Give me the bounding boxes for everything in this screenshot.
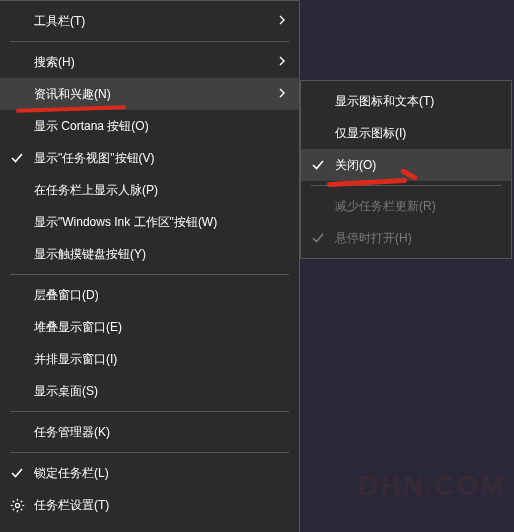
main_menu-item[interactable]: 堆叠显示窗口(E)	[0, 311, 299, 343]
icon-placeholder	[8, 286, 26, 304]
svg-line-7	[12, 508, 14, 510]
check-icon	[8, 464, 26, 482]
menu-item-label: 减少任务栏更新(R)	[327, 198, 501, 215]
menu-item-label: 显示 Cortana 按钮(O)	[26, 118, 289, 135]
svg-line-8	[20, 500, 22, 502]
main_menu-item[interactable]: 任务栏设置(T)	[0, 489, 299, 521]
icon-placeholder	[8, 213, 26, 231]
main_menu-item[interactable]: 并排显示窗口(I)	[0, 343, 299, 375]
menu-item-label: 锁定任务栏(L)	[26, 465, 289, 482]
icon-placeholder	[309, 197, 327, 215]
icon-placeholder	[8, 245, 26, 263]
svg-point-0	[15, 503, 19, 507]
icon-placeholder	[8, 382, 26, 400]
icon-placeholder	[8, 53, 26, 71]
menu-item-label: 资讯和兴趣(N)	[26, 86, 277, 103]
main_menu-item[interactable]: 锁定任务栏(L)	[0, 457, 299, 489]
menu-separator	[10, 411, 289, 412]
menu-item-label: 在任务栏上显示人脉(P)	[26, 182, 289, 199]
menu-item-label: 堆叠显示窗口(E)	[26, 319, 289, 336]
menu-separator	[10, 41, 289, 42]
sub_menu-item[interactable]: 仅显示图标(I)	[301, 117, 511, 149]
menu-separator	[10, 452, 289, 453]
check-icon	[309, 156, 327, 174]
icon-placeholder	[8, 350, 26, 368]
main_menu-item[interactable]: 搜索(H)	[0, 46, 299, 78]
chevron-right-icon	[277, 15, 289, 27]
menu-item-label: 显示"任务视图"按钮(V)	[26, 150, 289, 167]
chevron-right-icon	[277, 56, 289, 68]
svg-line-6	[20, 508, 22, 510]
icon-placeholder	[309, 124, 327, 142]
watermark-text: DHN.COM	[358, 470, 506, 502]
main_menu-item[interactable]: 层叠窗口(D)	[0, 279, 299, 311]
sub_menu-item[interactable]: 显示图标和文本(T)	[301, 85, 511, 117]
taskbar-context-menu: 工具栏(T)搜索(H)资讯和兴趣(N)显示 Cortana 按钮(O)显示"任务…	[0, 0, 300, 532]
check-icon	[8, 149, 26, 167]
main_menu-item[interactable]: 任务管理器(K)	[0, 416, 299, 448]
menu-item-label: 任务管理器(K)	[26, 424, 289, 441]
menu-item-label: 关闭(O)	[327, 157, 501, 174]
icon-placeholder	[8, 12, 26, 30]
main_menu-item[interactable]: 显示桌面(S)	[0, 375, 299, 407]
menu-item-label: 任务栏设置(T)	[26, 497, 289, 514]
svg-line-5	[12, 500, 14, 502]
menu-separator	[311, 185, 501, 186]
menu-item-label: 层叠窗口(D)	[26, 287, 289, 304]
menu-item-label: 仅显示图标(I)	[327, 125, 501, 142]
main_menu-item[interactable]: 资讯和兴趣(N)	[0, 78, 299, 110]
sub_menu-item[interactable]: 关闭(O)	[301, 149, 511, 181]
icon-placeholder	[8, 423, 26, 441]
menu-item-label: 显示图标和文本(T)	[327, 93, 501, 110]
menu-item-label: 显示触摸键盘按钮(Y)	[26, 246, 289, 263]
menu-item-label: 悬停时打开(H)	[327, 230, 501, 247]
menu-item-label: 显示"Windows Ink 工作区"按钮(W)	[26, 214, 289, 231]
menu-item-label: 搜索(H)	[26, 54, 277, 71]
main_menu-item[interactable]: 在任务栏上显示人脉(P)	[0, 174, 299, 206]
sub_menu-item: 悬停时打开(H)	[301, 222, 511, 254]
icon-placeholder	[8, 181, 26, 199]
icon-placeholder	[8, 85, 26, 103]
check-icon	[309, 229, 327, 247]
news-interests-submenu: 显示图标和文本(T)仅显示图标(I)关闭(O)减少任务栏更新(R)悬停时打开(H…	[300, 80, 512, 259]
main_menu-item[interactable]: 显示"Windows Ink 工作区"按钮(W)	[0, 206, 299, 238]
icon-placeholder	[8, 318, 26, 336]
menu-item-label: 显示桌面(S)	[26, 383, 289, 400]
gear-icon	[8, 496, 26, 514]
icon-placeholder	[309, 92, 327, 110]
chevron-right-icon	[277, 88, 289, 100]
menu-separator	[10, 274, 289, 275]
main_menu-item[interactable]: 显示"任务视图"按钮(V)	[0, 142, 299, 174]
main_menu-item[interactable]: 工具栏(T)	[0, 5, 299, 37]
main_menu-item[interactable]: 显示触摸键盘按钮(Y)	[0, 238, 299, 270]
menu-item-label: 并排显示窗口(I)	[26, 351, 289, 368]
sub_menu-item: 减少任务栏更新(R)	[301, 190, 511, 222]
icon-placeholder	[8, 117, 26, 135]
menu-item-label: 工具栏(T)	[26, 13, 277, 30]
main_menu-item[interactable]: 显示 Cortana 按钮(O)	[0, 110, 299, 142]
